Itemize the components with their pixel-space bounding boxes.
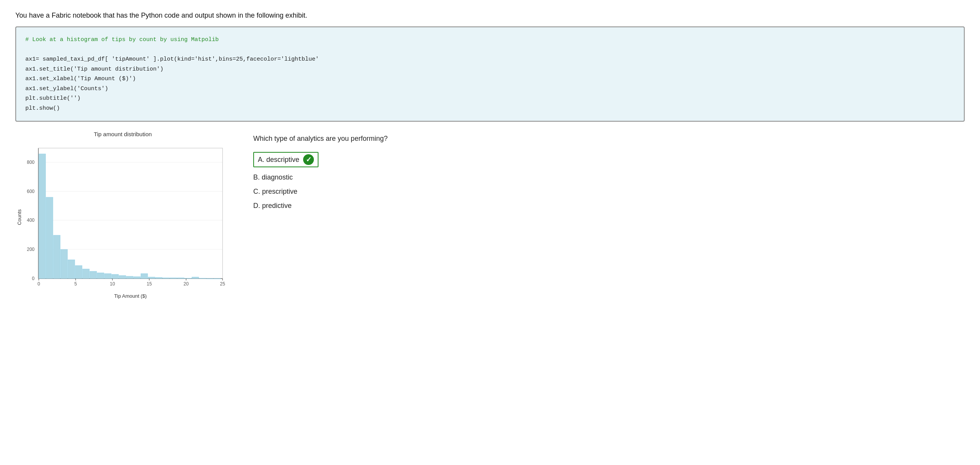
xtick-0: 0 — [38, 281, 40, 287]
ytick-200: 200 — [27, 247, 35, 252]
bar-12 — [126, 276, 133, 279]
ytick-800: 800 — [27, 160, 35, 165]
code-line-1: # Look at a histogram of tips by count b… — [25, 36, 219, 43]
chart-container: 0 200 400 600 800 Counts — [15, 140, 230, 302]
code-line-4: ax1.set_xlabel('Tip Amount ($)') — [25, 76, 136, 82]
bar-1 — [46, 197, 53, 279]
question-text: Which type of analytics are you performi… — [253, 135, 965, 143]
code-line-3: ax1.set_title('Tip amount distribution') — [25, 66, 163, 73]
answer-option-b[interactable]: B. diagnostic — [253, 173, 965, 181]
code-line-2: ax1= sampled_taxi_pd_df[ 'tipAmount' ].p… — [25, 56, 319, 63]
bar-6 — [82, 269, 89, 279]
bar-11 — [119, 275, 126, 279]
code-line-6: plt.subtitle('') — [25, 95, 81, 102]
chart-area: Tip amount distribution — [15, 131, 230, 302]
x-axis-label: Tip Amount ($) — [114, 293, 147, 299]
y-axis-label: Counts — [16, 209, 22, 225]
answer-b-label: B. diagnostic — [253, 173, 293, 181]
xtick-15: 15 — [147, 281, 152, 287]
bar-13 — [134, 277, 140, 279]
check-icon-a: ✓ — [303, 154, 314, 165]
bar-17 — [163, 278, 170, 279]
bar-4 — [68, 260, 75, 279]
chart-title: Tip amount distribution — [15, 131, 230, 137]
ytick-600: 600 — [27, 189, 35, 194]
bar-18 — [170, 278, 177, 279]
code-line-7: plt.show() — [25, 105, 60, 112]
main-content: Tip amount distribution — [15, 131, 965, 302]
ytick-0: 0 — [32, 276, 35, 281]
bar-20 — [185, 278, 191, 279]
bar-24 — [214, 279, 221, 279]
bar-10 — [112, 274, 119, 279]
bar-7 — [90, 271, 97, 279]
xtick-20: 20 — [183, 281, 189, 287]
answer-d-label: D. predictive — [253, 202, 292, 210]
bar-9 — [104, 274, 111, 279]
bar-8 — [97, 273, 104, 279]
code-block: # Look at a histogram of tips by count b… — [15, 26, 965, 122]
intro-text: You have a Fabric notebook that has the … — [15, 12, 965, 20]
bar-15 — [148, 277, 155, 279]
ytick-400: 400 — [27, 218, 35, 223]
histogram-chart: 0 200 400 600 800 Counts — [15, 140, 230, 302]
code-line-5: ax1.set_ylabel('Counts') — [25, 86, 108, 92]
bar-2 — [53, 235, 60, 279]
xtick-5: 5 — [74, 281, 77, 287]
bar-23 — [206, 279, 213, 279]
bar-19 — [177, 278, 184, 279]
bar-16 — [155, 277, 162, 279]
xtick-10: 10 — [110, 281, 115, 287]
answer-option-d[interactable]: D. predictive — [253, 202, 965, 210]
bar-0 — [39, 154, 46, 279]
bar-3 — [61, 249, 68, 279]
answer-a-label: A. descriptive — [258, 156, 299, 164]
answer-option-a[interactable]: A. descriptive ✓ — [253, 152, 318, 167]
bar-5 — [75, 265, 82, 279]
bar-22 — [199, 278, 206, 279]
answer-c-label: C. prescriptive — [253, 188, 297, 196]
xtick-25: 25 — [220, 281, 225, 287]
answer-option-c[interactable]: C. prescriptive — [253, 188, 965, 196]
bar-21 — [192, 277, 199, 279]
question-area: Which type of analytics are you performi… — [253, 131, 965, 216]
bar-14 — [141, 274, 148, 279]
